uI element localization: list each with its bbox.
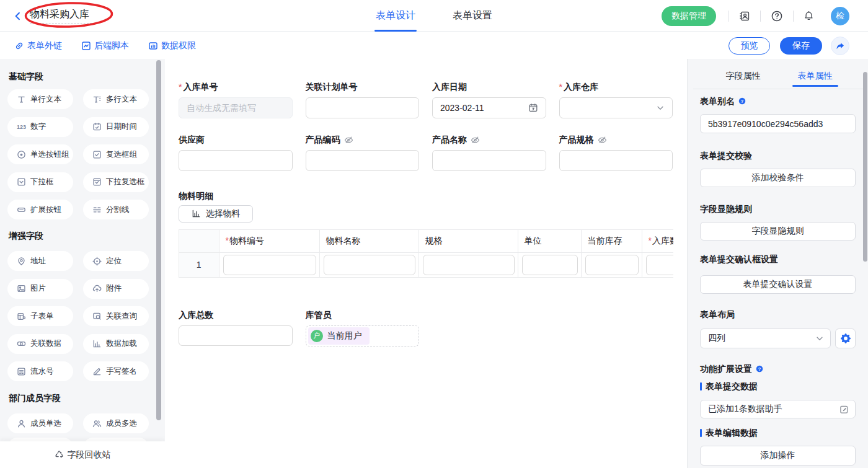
field-item-member-multi[interactable]: 成员多选 <box>83 413 149 433</box>
plan-no-input[interactable] <box>306 97 420 118</box>
product-code-input[interactable] <box>306 150 420 171</box>
save-button[interactable]: 保存 <box>780 37 822 55</box>
submit-data-subheader: 表单提交数据 <box>700 380 856 392</box>
form-field-product-code[interactable]: 产品编码 <box>306 133 420 171</box>
sub-toolbar: 表单外链 后端脚本 数据权限 预览 保存 <box>0 32 868 59</box>
notification-bell-icon[interactable] <box>804 11 814 21</box>
toolbar-link-permission[interactable]: 数据权限 <box>148 40 196 51</box>
add-check-condition-button[interactable]: 添加校验条件 <box>700 169 856 187</box>
select-material-button[interactable]: 选择物料 <box>179 205 253 223</box>
keeper-member-box[interactable]: 户 当前用户 <box>306 325 420 347</box>
warehouse-select[interactable] <box>559 97 673 118</box>
field-item-location[interactable]: 定位 <box>83 251 149 271</box>
share-button[interactable] <box>831 37 849 55</box>
toolbar-link-script[interactable]: 后端脚本 <box>81 40 129 51</box>
sidebar-scrollbar[interactable] <box>156 60 161 420</box>
member-single-icon <box>17 419 26 428</box>
visibility-rules-button[interactable]: 字段显隐规则 <box>700 222 856 241</box>
subform-title: 物料明细 <box>179 190 673 202</box>
submit-data-box[interactable]: 已添加1条数据助手 <box>700 400 856 418</box>
eye-invisible-icon <box>471 135 480 144</box>
form-field-date[interactable]: 入库日期 2023-02-11 <box>432 81 546 118</box>
layout-select[interactable]: 四列 <box>700 329 831 348</box>
stock-cell-input[interactable] <box>585 255 639 275</box>
data-manage-button[interactable]: 数据管理 <box>662 6 716 26</box>
help-circle-icon[interactable]: ? <box>756 365 763 373</box>
extension-settings-label: 功能扩展设置 ? <box>700 363 856 375</box>
field-item-linked-data[interactable]: 关联数据 <box>7 334 73 354</box>
field-item-attachment[interactable]: 附件 <box>83 279 149 299</box>
field-item-subform[interactable]: 子表单 <box>7 306 73 326</box>
receipt-no-input[interactable] <box>179 97 293 118</box>
material-code-cell-input[interactable] <box>223 255 316 275</box>
blue-bar <box>700 429 702 437</box>
field-item-member-single[interactable]: 成员单选 <box>7 413 73 433</box>
field-item-number[interactable]: 123数字 <box>7 117 73 137</box>
current-user-tag[interactable]: 户 当前用户 <box>308 327 370 345</box>
supplier-input[interactable] <box>179 150 293 171</box>
extend-button-icon <box>17 205 26 214</box>
field-item-datetime[interactable]: 日期时间 <box>83 117 149 137</box>
form-field-receipt-no[interactable]: *入库单号 <box>179 81 293 118</box>
date-input[interactable]: 2023-02-11 <box>432 97 546 118</box>
material-name-cell-input[interactable] <box>324 255 415 275</box>
add-operation-button[interactable]: 添加操作 <box>700 446 856 466</box>
layout-settings-button[interactable] <box>835 329 856 348</box>
tab-field-properties[interactable]: 字段属性 <box>720 59 766 89</box>
form-field-warehouse[interactable]: *入库仓库 <box>559 81 673 118</box>
form-field-supplier[interactable]: 供应商 <box>179 133 293 171</box>
serial-number-icon <box>17 367 26 376</box>
address-icon <box>17 257 26 266</box>
field-item-image[interactable]: 图片 <box>7 279 73 299</box>
field-item-extend-button[interactable]: 扩展按钮 <box>7 200 73 219</box>
column-header-material-name: 物料名称 <box>319 229 418 252</box>
field-item-radio-group[interactable]: 单选按钮组 <box>7 144 73 164</box>
preview-button[interactable]: 预览 <box>728 37 770 55</box>
chevron-down-icon <box>815 334 824 343</box>
column-header-qty: *入库数 <box>642 229 673 252</box>
toolbar-link-external[interactable]: 表单外链 <box>14 40 62 51</box>
attachment-icon <box>92 284 102 293</box>
form-field-keeper[interactable]: 库管员 户 当前用户 <box>306 309 420 347</box>
section-title-basic-fields: 基础字段 <box>9 70 165 83</box>
form-field-total[interactable]: 入库总数 <box>179 309 293 347</box>
field-item-multi-line-text[interactable]: 多行文本 <box>83 89 149 109</box>
field-item-linked-query[interactable]: 关联查询 <box>83 306 149 326</box>
form-field-plan-no[interactable]: 关联计划单号 <box>306 81 420 118</box>
form-field-product-spec[interactable]: 产品规格 <box>559 133 673 171</box>
contacts-icon[interactable] <box>739 11 750 22</box>
checkbox-icon <box>92 150 102 159</box>
tab-form-properties[interactable]: 表单属性 <box>792 59 838 89</box>
panel-scrollbar[interactable] <box>863 72 867 262</box>
form-field-product-name[interactable]: 产品名称 <box>432 133 546 171</box>
field-item-signature[interactable]: 手写签名 <box>83 361 149 381</box>
form-alias-input[interactable] <box>700 114 856 133</box>
single-line-text-icon <box>17 95 26 104</box>
field-item-checkbox-group[interactable]: 复选框组 <box>83 144 149 164</box>
field-item-serial-number[interactable]: 流水号 <box>7 361 73 381</box>
field-item-address[interactable]: 地址 <box>7 251 73 271</box>
field-recycle-bin[interactable]: 字段回收站 <box>0 441 165 468</box>
field-item-single-line-text[interactable]: 单行文本 <box>7 89 73 109</box>
link-icon <box>14 41 24 51</box>
field-item-select[interactable]: 下拉框 <box>7 172 73 192</box>
subform-table: *物料编号 物料名称 规格 单位 当前库存 *入库数 1 <box>179 229 673 278</box>
field-item-multi-select[interactable]: 下拉复选框 <box>83 172 149 192</box>
tab-form-design[interactable]: 表单设计 <box>376 0 415 32</box>
gear-icon <box>841 333 851 343</box>
help-icon[interactable] <box>771 10 783 22</box>
unit-cell-input[interactable] <box>522 255 578 275</box>
product-spec-input[interactable] <box>559 150 673 171</box>
user-avatar[interactable]: 检 <box>831 7 849 25</box>
tab-form-settings[interactable]: 表单设置 <box>453 0 492 32</box>
submit-confirm-button[interactable]: 表单提交确认设置 <box>700 275 856 294</box>
field-item-divider[interactable]: 分割线 <box>83 200 149 219</box>
spec-cell-input[interactable] <box>423 255 515 275</box>
edit-icon[interactable] <box>839 405 849 414</box>
help-circle-icon[interactable]: ? <box>738 97 746 105</box>
qty-cell-input[interactable] <box>646 255 673 275</box>
total-input[interactable] <box>179 325 293 346</box>
product-name-input[interactable] <box>432 150 546 171</box>
radio-icon <box>17 150 26 159</box>
field-item-data-load[interactable]: 数据加载 <box>83 334 149 354</box>
